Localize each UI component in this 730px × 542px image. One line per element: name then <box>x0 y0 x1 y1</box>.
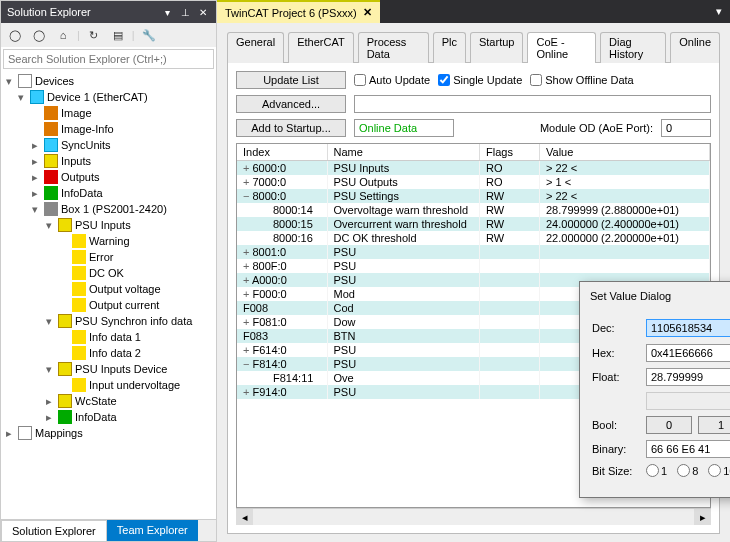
solution-tree[interactable]: ▾Devices▾Device 1 (EtherCAT)ImageImage-I… <box>1 71 216 519</box>
horizontal-scrollbar[interactable]: ◂ ▸ <box>236 508 711 525</box>
close-icon[interactable]: ✕ <box>363 6 372 19</box>
tree-item[interactable]: ▸Inputs <box>1 153 216 169</box>
table-row[interactable]: + 7000:0PSU OutputsRO> 1 < <box>237 175 710 189</box>
show-offline-checkbox[interactable]: Show Offline Data <box>530 74 633 86</box>
table-row[interactable]: 8000:14Overvoltage warn thresholdRW28.79… <box>237 203 710 217</box>
collapse-icon[interactable]: ▤ <box>108 25 128 45</box>
bitsize-radio[interactable]: 16 <box>708 464 730 477</box>
table-row[interactable]: + 8001:0PSU <box>237 245 710 259</box>
tree-item[interactable]: Image-Info <box>1 121 216 137</box>
tree-item[interactable]: Error <box>1 249 216 265</box>
expand-icon[interactable]: + <box>243 162 249 174</box>
tree-item[interactable]: Input undervoltage <box>1 377 216 393</box>
auto-update-checkbox[interactable]: Auto Update <box>354 74 430 86</box>
document-tab[interactable]: TwinCAT Project 6 (PSxxx) ✕ <box>217 0 380 23</box>
tree-item[interactable]: DC OK <box>1 265 216 281</box>
tree-item[interactable]: Image <box>1 105 216 121</box>
expand-icon[interactable]: ▾ <box>43 315 55 328</box>
property-tab[interactable]: Online <box>670 32 720 63</box>
tree-item[interactable]: ▸SyncUnits <box>1 137 216 153</box>
tree-item[interactable]: ▸Outputs <box>1 169 216 185</box>
tree-item[interactable]: ▸InfoData <box>1 409 216 425</box>
float-input[interactable] <box>646 368 730 386</box>
column-header[interactable]: Name <box>327 144 480 161</box>
single-update-checkbox[interactable]: Single Update <box>438 74 522 86</box>
scroll-right-icon[interactable]: ▸ <box>694 509 711 525</box>
dropdown-icon[interactable]: ▾ <box>160 5 174 19</box>
expand-icon[interactable]: ▾ <box>29 203 41 216</box>
bool-1-button[interactable]: 1 <box>698 416 730 434</box>
binary-input[interactable] <box>646 440 730 458</box>
tab-overflow-icon[interactable]: ▾ <box>708 1 730 22</box>
expand-icon[interactable]: ▸ <box>43 411 55 424</box>
expand-icon[interactable]: + <box>243 344 249 356</box>
tree-item[interactable]: ▾PSU Synchron info data <box>1 313 216 329</box>
tree-item[interactable]: ▸Mappings <box>1 425 216 441</box>
property-tab[interactable]: Diag History <box>600 32 666 63</box>
bool-0-button[interactable]: 0 <box>646 416 692 434</box>
column-header[interactable]: Index <box>237 144 327 161</box>
expand-icon[interactable]: + <box>243 246 249 258</box>
table-row[interactable]: 8000:16DC OK thresholdRW22.000000 (2.200… <box>237 231 710 245</box>
property-tab[interactable]: Process Data <box>358 32 429 63</box>
column-header[interactable]: Value <box>540 144 710 161</box>
online-data-field[interactable]: Online Data <box>354 119 454 137</box>
dec-input[interactable] <box>646 319 730 337</box>
back-icon[interactable]: ◯ <box>5 25 25 45</box>
solution-search-input[interactable] <box>3 49 214 69</box>
pin-icon[interactable]: ⊥ <box>178 5 192 19</box>
expand-icon[interactable]: ▾ <box>43 363 55 376</box>
update-list-button[interactable]: Update List <box>236 71 346 89</box>
add-to-startup-button[interactable]: Add to Startup... <box>236 119 346 137</box>
refresh-icon[interactable]: ↻ <box>84 25 104 45</box>
tree-item[interactable]: Output current <box>1 297 216 313</box>
module-od-input[interactable] <box>661 119 711 137</box>
expand-icon[interactable]: + <box>243 386 249 398</box>
home-icon[interactable]: ⌂ <box>53 25 73 45</box>
properties-icon[interactable]: 🔧 <box>139 25 159 45</box>
advanced-button[interactable]: Advanced... <box>236 95 346 113</box>
property-tab[interactable]: Plc <box>433 32 466 63</box>
expand-icon[interactable]: ▾ <box>15 91 27 104</box>
tree-item[interactable]: ▸InfoData <box>1 185 216 201</box>
tree-item[interactable]: ▾Device 1 (EtherCAT) <box>1 89 216 105</box>
tree-item[interactable]: ▾PSU Inputs <box>1 217 216 233</box>
tab-team-explorer[interactable]: Team Explorer <box>107 520 198 541</box>
advanced-input[interactable] <box>354 95 711 113</box>
expand-icon[interactable]: − <box>243 190 249 202</box>
expand-icon[interactable]: + <box>243 274 249 286</box>
table-row[interactable]: 8000:15Overcurrent warn thresholdRW24.00… <box>237 217 710 231</box>
expand-icon[interactable]: ▾ <box>3 75 15 88</box>
table-row[interactable]: + 6000:0PSU InputsRO> 22 < <box>237 161 710 176</box>
expand-icon[interactable]: ▸ <box>29 171 41 184</box>
tree-item[interactable]: Output voltage <box>1 281 216 297</box>
tree-item[interactable]: Warning <box>1 233 216 249</box>
expand-icon[interactable]: ▸ <box>43 395 55 408</box>
table-row[interactable]: − 8000:0PSU SettingsRW> 22 < <box>237 189 710 203</box>
fwd-icon[interactable]: ◯ <box>29 25 49 45</box>
table-row[interactable]: + 800F:0PSU <box>237 259 710 273</box>
expand-icon[interactable]: ▸ <box>29 139 41 152</box>
property-tab[interactable]: General <box>227 32 284 63</box>
bitsize-radio[interactable]: 1 <box>646 464 667 477</box>
expand-icon[interactable]: + <box>243 316 249 328</box>
expand-icon[interactable]: ▸ <box>3 427 15 440</box>
property-tab[interactable]: EtherCAT <box>288 32 353 63</box>
tree-item[interactable]: Info data 2 <box>1 345 216 361</box>
expand-icon[interactable]: − <box>243 358 249 370</box>
property-tab[interactable]: Startup <box>470 32 523 63</box>
expand-icon[interactable]: + <box>243 260 249 272</box>
hex-input[interactable] <box>646 344 730 362</box>
expand-icon[interactable]: + <box>243 176 249 188</box>
dialog-titlebar[interactable]: Set Value Dialog ✕ <box>580 282 730 310</box>
expand-icon[interactable]: + <box>243 288 249 300</box>
scroll-left-icon[interactable]: ◂ <box>236 509 253 525</box>
tree-item[interactable]: Info data 1 <box>1 329 216 345</box>
tree-item[interactable]: ▾PSU Inputs Device <box>1 361 216 377</box>
close-panel-icon[interactable]: ✕ <box>196 5 210 19</box>
expand-icon[interactable]: ▸ <box>29 187 41 200</box>
expand-icon[interactable]: ▸ <box>29 155 41 168</box>
column-header[interactable]: Flags <box>480 144 540 161</box>
tree-item[interactable]: ▸WcState <box>1 393 216 409</box>
expand-icon[interactable]: ▾ <box>43 219 55 232</box>
